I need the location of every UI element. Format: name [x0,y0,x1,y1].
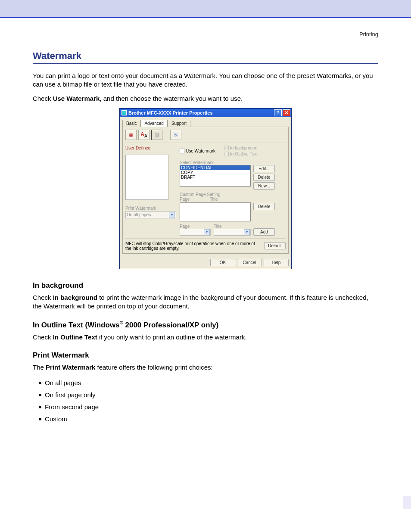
printer-properties-dialog: Brother MFC-XXXX Printer Properties ? ✕ … [119,108,292,269]
page-input-label: Page [180,224,190,229]
dialog-title: Brother MFC-XXXX Printer Properties [128,110,273,115]
in-outline-checkbox[interactable]: In Outline Text [224,152,258,156]
list-item: On all pages [39,377,378,389]
checkbox-icon [224,152,229,156]
color-icon: AA [140,131,147,138]
cancel-button[interactable]: Cancel [237,259,262,266]
print-watermark-label: Print Watermark [125,206,177,211]
page-preview [125,155,168,200]
default-button[interactable]: Default [264,242,286,249]
custom-page-table[interactable] [180,202,251,221]
chevron-down-icon: ▾ [204,229,210,235]
help-button[interactable]: Help [264,259,289,266]
in-background-checkbox[interactable]: ✓ In background [224,146,258,150]
dialog-titlebar: Brother MFC-XXXX Printer Properties ? ✕ [120,109,291,117]
tab-advanced[interactable]: Advanced [140,120,167,127]
user-defined-label: User Defined [125,146,177,150]
page-title: Watermark [33,50,378,64]
chevron-down-icon: ▾ [244,229,250,235]
list-item: Custom [39,413,378,425]
delete-button[interactable]: Delete [253,174,275,181]
paragraph-in-outline: Check In Outline Text if you only want t… [33,333,378,342]
device-options-icon: ⎘ [174,132,177,138]
heading-print-watermark: Print Watermark [33,351,378,360]
add-button[interactable]: Add [253,228,275,236]
print-watermark-options-list: On all pages On first page only From sec… [33,377,378,425]
chevron-down-icon: ▾ [169,212,175,218]
cartridge-note: MFC will stop Color/Grayscale print oper… [125,241,262,251]
intro-paragraph-1: You can print a logo or text onto your d… [33,72,378,89]
list-item[interactable]: CONFIDENTIAL [180,165,250,170]
new-button[interactable]: New... [253,182,275,190]
title-input[interactable]: ▾ [214,229,251,236]
list-item: From second page [39,401,378,413]
edit-button[interactable]: Edit... [253,165,275,172]
use-watermark-checkbox[interactable]: Use Watermark [180,146,215,156]
top-brand-bar [0,0,411,18]
paragraph-print-watermark: The Print Watermark feature offers the f… [33,363,378,372]
delete-row-button[interactable]: Delete [253,203,275,210]
toolbar-btn-4[interactable]: ⎘ [170,130,181,140]
intro-paragraph-2: Check Use Watermark, and then choose the… [33,94,378,103]
toolbar-btn-1[interactable]: ≣ [125,130,137,140]
breadcrumb: Printing [33,31,378,37]
toolbar: ≣ AA ▨ ⎘ [125,130,286,143]
toolbar-btn-2[interactable]: AA [138,130,149,140]
side-tab [403,496,411,509]
help-button[interactable]: ? [274,109,282,116]
watermark-listbox[interactable]: CONFIDENTIAL COPY DRAFT [180,165,251,187]
page-setup-icon: ≣ [129,132,133,138]
tab-basic[interactable]: Basic [122,120,140,127]
list-item: On first page only [39,389,378,401]
print-watermark-dropdown[interactable]: On all pages ▾ [125,212,176,218]
tab-support[interactable]: Support [168,120,190,127]
toolbar-btn-watermark[interactable]: ▨ [151,130,162,140]
list-item[interactable]: DRAFT [180,175,250,180]
heading-in-background: In background [33,281,378,290]
heading-in-outline: In Outline Text (Windows® 2000 Professio… [33,320,378,330]
app-icon [121,110,127,115]
page-input[interactable]: ▾ [180,229,211,236]
list-item[interactable]: COPY [180,170,250,175]
tab-strip: Basic Advanced Support [120,117,291,127]
custom-page-setting-label: Custom Page Setting [180,192,286,197]
title-input-label: Title [214,224,222,229]
close-button[interactable]: ✕ [283,109,290,116]
checkbox-icon [180,149,184,153]
select-watermark-label: Select Watermark [180,160,286,165]
paragraph-in-background: Check In background to print the waterma… [33,293,378,311]
checkbox-icon: ✓ [224,146,229,150]
col-page: Page [180,197,210,202]
watermark-icon: ▨ [155,132,159,138]
ok-button[interactable]: OK [210,259,235,266]
col-title: Title [210,197,218,202]
